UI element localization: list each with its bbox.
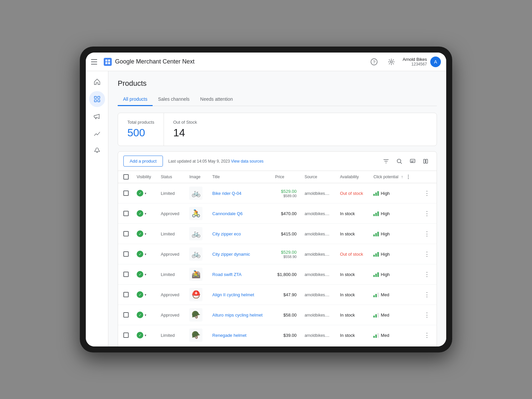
row-checkbox[interactable] — [123, 332, 129, 338]
table-row: ✓▾Approved⛑️Align II cycling helmet$47.9… — [118, 285, 437, 305]
visibility-chevron[interactable]: ▾ — [145, 252, 146, 256]
columns-icon-btn[interactable] — [421, 156, 431, 167]
more-options-icon[interactable]: ⋮ — [423, 310, 433, 320]
more-options-icon[interactable]: ⋮ — [423, 208, 433, 218]
more-options-icon[interactable]: ⋮ — [423, 249, 433, 259]
product-link[interactable]: Cannondale Q6 — [212, 211, 243, 216]
settings-icon-btn[interactable] — [385, 56, 397, 68]
availability-cell: In stock — [336, 224, 370, 244]
tab-needs-attention[interactable]: Needs attention — [195, 93, 238, 106]
filter-icon — [383, 158, 389, 164]
filter-icon-btn[interactable] — [381, 156, 391, 167]
content-area: Products All products Sales channels Nee… — [108, 71, 446, 346]
table-row: ✓▾Approved🚴Cannondale Q6$470.00arnoldbik… — [118, 203, 437, 224]
search-icon — [396, 158, 402, 164]
price-value: $39.00 — [283, 333, 297, 338]
visibility-chevron[interactable]: ▾ — [145, 192, 146, 195]
visibility-chevron[interactable]: ▾ — [145, 333, 146, 337]
visibility-chevron[interactable]: ▾ — [145, 313, 146, 317]
row-checkbox[interactable] — [123, 292, 129, 297]
stat-out-of-stock-label: Out of Stock — [173, 120, 197, 125]
price-cell: $1,800.00 — [271, 264, 301, 285]
actions-cell: ⋮ — [419, 203, 437, 224]
sidebar-item-performance[interactable] — [89, 126, 105, 142]
price-value: $58.00 — [283, 313, 297, 318]
sidebar-item-marketing[interactable] — [89, 108, 105, 124]
tab-sales-channels[interactable]: Sales channels — [153, 93, 195, 106]
more-options-icon[interactable]: ⋮ — [423, 330, 433, 340]
click-potential-label: High — [381, 191, 390, 196]
more-options-icon[interactable]: ⋮ — [423, 290, 433, 300]
click-potential-label: High — [381, 252, 390, 257]
availability-cell: Out of stock — [336, 244, 370, 264]
more-options-icon[interactable]: ⋮ — [423, 229, 433, 239]
source-text: arnoldbikes.... — [305, 293, 330, 297]
menu-icon[interactable] — [91, 58, 99, 66]
toolbar-info: Last updated at 14:05 May 9, 2023 View d… — [168, 159, 375, 164]
tab-all-products[interactable]: All products — [118, 93, 153, 106]
visibility-chevron[interactable]: ▾ — [145, 273, 146, 276]
svg-rect-1 — [105, 60, 107, 62]
svg-point-18 — [408, 178, 409, 179]
click-potential-label: High — [381, 231, 390, 236]
visibility-chevron[interactable]: ▾ — [145, 232, 146, 236]
product-link[interactable]: Alturo mips cycling helmet — [212, 313, 263, 318]
row-checkbox[interactable] — [123, 231, 129, 236]
search-icon-btn[interactable] — [394, 156, 405, 167]
availability-text: In stock — [340, 333, 355, 338]
product-image: 🚲 — [189, 227, 202, 240]
price-value: $529.00 — [281, 189, 297, 194]
price-cell: $415.00 — [271, 224, 301, 244]
product-link[interactable]: Renegade helmet — [212, 333, 247, 338]
more-options-icon[interactable]: ⋮ — [423, 188, 433, 198]
more-options-header-icon[interactable] — [406, 174, 411, 180]
header-status: Status — [157, 171, 185, 183]
row-checkbox[interactable] — [123, 191, 129, 196]
bar1 — [373, 234, 375, 236]
sidebar-item-home[interactable] — [89, 74, 105, 90]
price-cell: $470.00 — [271, 203, 301, 224]
svg-rect-2 — [108, 60, 110, 62]
source-cell: arnoldbikes.... — [301, 244, 336, 264]
product-link[interactable]: City zipper dynamic — [212, 252, 250, 257]
row-checkbox[interactable] — [123, 272, 129, 277]
green-check-icon: ✓ — [137, 230, 143, 237]
bar3 — [377, 191, 379, 196]
row-checkbox[interactable] — [123, 211, 129, 216]
click-potential-cell: Med — [369, 285, 419, 305]
product-link[interactable]: Bike rider Q-04 — [212, 191, 241, 196]
row-checkbox[interactable] — [123, 251, 129, 257]
product-link[interactable]: Road swift ZTA — [212, 272, 242, 277]
help-icon-btn[interactable]: ? — [368, 56, 380, 68]
product-image: 🚵 — [189, 268, 202, 281]
bar2 — [375, 274, 377, 277]
price-cell: $47.90 — [271, 285, 301, 305]
megaphone-icon — [93, 113, 101, 120]
product-link[interactable]: Align II cycling helmet — [212, 292, 254, 297]
account-section[interactable]: Arnold Bikes 1234567 A — [403, 57, 441, 67]
bar3 — [377, 252, 379, 257]
click-potential-label: High — [381, 272, 390, 277]
visibility-chevron[interactable]: ▾ — [145, 293, 146, 297]
select-all-checkbox[interactable] — [123, 174, 129, 180]
source-cell: arnoldbikes.... — [301, 203, 336, 224]
actions-cell: ⋮ — [419, 224, 437, 244]
more-options-icon[interactable]: ⋮ — [423, 269, 433, 279]
title-cell: Cannondale Q6 — [208, 203, 271, 224]
header-click-potential[interactable]: Click potential ↑ — [369, 171, 419, 183]
click-potential-chart — [373, 191, 379, 196]
row-checkbox[interactable] — [123, 312, 129, 318]
sidebar-item-notifications[interactable] — [89, 143, 105, 159]
message-icon-btn[interactable] — [407, 156, 418, 167]
bar2 — [375, 314, 377, 318]
add-product-button[interactable]: Add a product — [123, 156, 163, 167]
visibility-chevron[interactable]: ▾ — [145, 212, 146, 215]
product-link[interactable]: City zipper eco — [212, 231, 241, 236]
sidebar-item-products[interactable] — [89, 91, 105, 107]
title-cell: City zipper eco — [208, 224, 271, 244]
status-cell: Limited — [157, 325, 185, 345]
avatar[interactable]: A — [430, 57, 441, 67]
view-data-sources-link[interactable]: View data sources — [231, 159, 264, 164]
row-checkbox-cell — [118, 224, 133, 244]
image-cell: 🪖 — [185, 325, 208, 345]
